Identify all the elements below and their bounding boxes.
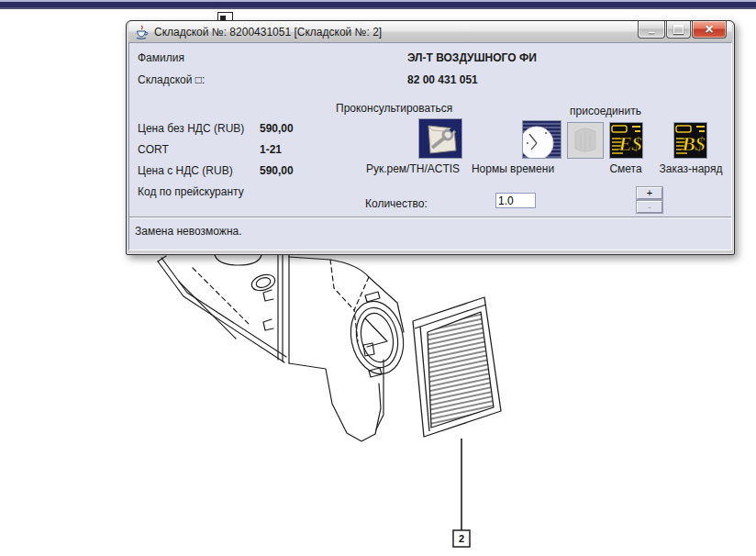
desktop: 2 Складской №: 8200431051 [Складской №: … <box>0 0 756 556</box>
cort-label: CORT <box>138 143 169 156</box>
maximize-icon <box>673 25 684 34</box>
pricelist-code-label: Код по прейскуранту <box>138 185 244 198</box>
air-filter-element-drawing <box>413 297 501 437</box>
part-dialog: Складской №: 8200431051 [Складской №: 2]… <box>126 20 735 255</box>
disabled-attach-icon <box>568 123 603 158</box>
attach-header: присоединить <box>570 105 641 117</box>
quantity-label: Количество: <box>365 197 428 210</box>
status-text: Замена невозможна. <box>135 225 242 238</box>
repair-manual-label: Рук.рем/TH/ACTIS <box>358 162 468 175</box>
price-inc-vat-value: 590,00 <box>260 164 294 177</box>
close-button[interactable]: ✕ <box>692 21 727 39</box>
work-order-button[interactable]: B$ <box>673 122 707 159</box>
estimate-button[interactable]: E$ <box>609 122 643 159</box>
quantity-increase-button[interactable]: + <box>637 187 662 199</box>
time-standards-label: Нормы времени <box>453 162 573 175</box>
work-order-letters: B$ <box>681 132 706 155</box>
consult-header: Проконсультироваться <box>336 102 452 115</box>
air-filter-housing-drawing <box>158 253 410 441</box>
stock-value: 82 00 431 051 <box>407 73 478 86</box>
price-inc-vat-label: Цена с НДС (RUB) <box>138 164 233 177</box>
time-standards-button[interactable] <box>522 120 561 159</box>
attach-disabled-button <box>567 122 604 159</box>
quantity-input[interactable] <box>495 193 536 208</box>
quantity-decrease-button: - <box>637 201 662 213</box>
name-value: ЭЛ-Т ВОЗДУШНОГО ФИ <box>407 51 537 64</box>
repair-manual-button[interactable] <box>418 118 462 159</box>
clock-icon <box>523 121 561 158</box>
java-app-icon <box>134 25 149 39</box>
window-controls: – ✕ <box>637 21 727 39</box>
maximize-button[interactable] <box>666 21 691 39</box>
cort-value: 1-21 <box>260 143 282 156</box>
dialog-titlebar[interactable]: Складской №: 8200431051 [Складской №: 2]… <box>128 21 732 42</box>
repair-manual-icon <box>419 119 461 158</box>
estimate-icon: E$ <box>610 123 642 158</box>
minimize-icon: – <box>649 28 655 37</box>
price-ex-vat-value: 590,00 <box>260 122 294 135</box>
diagram-callout-2-label: 2 <box>459 533 464 544</box>
dialog-title: Складской №: 8200431051 [Складской №: 2] <box>154 26 382 39</box>
work-order-label: Заказ-наряд <box>641 162 740 175</box>
close-icon: ✕ <box>705 25 714 34</box>
parts-diagram: 2 <box>138 250 514 556</box>
dialog-content: Фамилия ЭЛ-Т ВОЗДУШНОГО ФИ Складской □: … <box>128 42 732 250</box>
status-separator <box>129 217 731 218</box>
name-label: Фамилия <box>138 51 184 64</box>
price-ex-vat-label: Цена без НДС (RUB) <box>138 122 244 135</box>
minimize-button[interactable]: – <box>638 21 665 39</box>
estimate-letters: E$ <box>617 132 642 155</box>
top-accent-bar <box>0 0 756 9</box>
work-order-icon: B$ <box>674 123 706 158</box>
stock-label: Складской □: <box>138 73 205 86</box>
